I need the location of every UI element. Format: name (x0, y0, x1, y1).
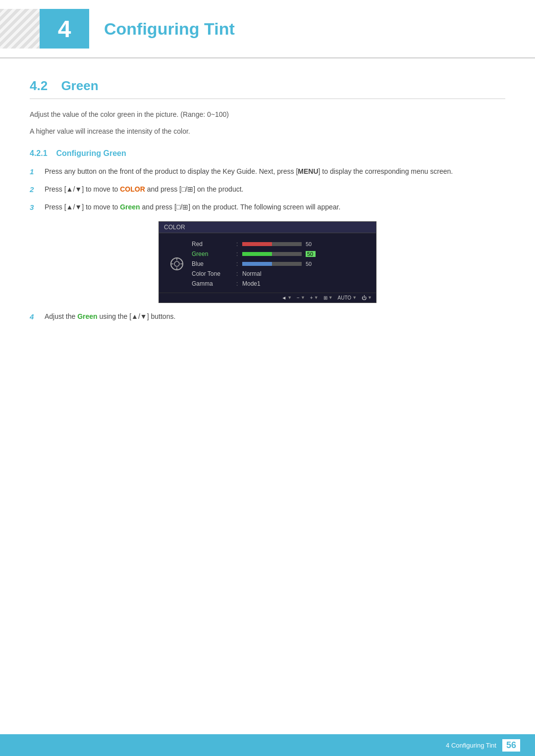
color-highlight: COLOR (120, 185, 145, 193)
step-3-num: 3 (30, 202, 41, 213)
chapter-stripe-decoration (0, 9, 40, 49)
menu-label-green: Green (192, 251, 236, 257)
menu-value-green: 50 (306, 251, 316, 257)
bottom-btn-power: ⏻▼ (362, 295, 372, 301)
subsection-421: 4.2.1 Configuring Green 1 Press any butt… (30, 149, 505, 323)
menu-label-red: Red (192, 241, 236, 248)
monitor-icon (167, 239, 187, 289)
step-1-num: 1 (30, 166, 41, 178)
section-42-number: 4.2 (30, 78, 48, 93)
step-4-text: Adjust the Green using the [▲/▼] buttons… (45, 311, 505, 322)
step-4-num: 4 (30, 311, 41, 323)
menu-bar-red-container: 50 (242, 241, 368, 247)
bottom-btn-left: ◄▼ (281, 295, 292, 301)
menu-label-blue: Blue (192, 260, 236, 267)
menu-value-blue: 50 (306, 261, 316, 267)
chapter-header: 4 Configuring Tint (0, 0, 535, 58)
monitor-body: Red : 50 Green : (159, 233, 376, 293)
menu-row-red: Red : 50 (192, 239, 368, 249)
section-42-title: Green (61, 78, 98, 93)
menu-value-gamma: Mode1 (242, 280, 261, 287)
step-1: 1 Press any button on the front of the p… (30, 166, 505, 178)
subsection-421-title: Configuring Green (56, 149, 126, 157)
monitor-screenshot: COLOR Red (159, 221, 376, 303)
menu-label-gamma: Gamma (192, 280, 236, 287)
menu-bar-blue-container: 50 (242, 261, 368, 267)
step-1-text: Press any button on the front of the pro… (45, 166, 505, 177)
menu-row-green: Green : 50 (192, 249, 368, 259)
chapter-number: 4 (58, 15, 71, 43)
step-2: 2 Press [▲/▼] to move to COLOR and press… (30, 184, 505, 196)
desc1: Adjust the value of the color green in t… (30, 109, 505, 120)
section-42-heading: 4.2 Green (30, 78, 505, 99)
menu-row-colortone: Color Tone : Normal (192, 269, 368, 279)
step-2-text: Press [▲/▼] to move to COLOR and press [… (45, 184, 505, 195)
step-2-num: 2 (30, 184, 41, 196)
footer-label: 4 Configuring Tint (446, 742, 496, 749)
bottom-btn-minus: −▼ (297, 295, 305, 301)
section-42: 4.2 Green Adjust the value of the color … (0, 73, 535, 323)
menu-bar-blue (242, 262, 302, 266)
bottom-btn-plus: +▼ (310, 295, 319, 301)
menu-bar-blue-fill (242, 262, 272, 266)
bottom-btn-menu: ⊞▼ (323, 295, 333, 301)
chapter-number-block: 4 (40, 9, 89, 49)
chapter-title: Configuring Tint (104, 19, 235, 39)
menu-row-blue: Blue : 50 (192, 259, 368, 269)
monitor-bottombar: ◄▼ −▼ +▼ ⊞▼ AUTO▼ ⏻▼ (159, 293, 376, 302)
step-4: 4 Adjust the Green using the [▲/▼] butto… (30, 311, 505, 323)
desc2: A higher value will increase the intensi… (30, 126, 505, 137)
menu-value-red: 50 (306, 241, 316, 247)
menu-row-gamma: Gamma : Mode1 (192, 279, 368, 289)
menu-bar-green-fill (242, 252, 272, 256)
page-footer: 4 Configuring Tint 56 (0, 734, 535, 756)
menu-value-colortone: Normal (242, 270, 262, 277)
green-highlight-step4: Green (77, 312, 97, 320)
menu-bar-red (242, 242, 302, 246)
menu-bar-green-container: 50 (242, 251, 368, 257)
steps-list: 1 Press any button on the front of the p… (30, 166, 505, 213)
monitor-menu: Red : 50 Green : (187, 239, 368, 289)
monitor-titlebar: COLOR (159, 222, 376, 233)
step-3-text: Press [▲/▼] to move to Green and press [… (45, 202, 505, 212)
menu-bar-red-fill (242, 242, 272, 246)
footer-page-number: 56 (502, 739, 520, 752)
menu-bar-green (242, 252, 302, 256)
subsection-421-heading: 4.2.1 Configuring Green (30, 149, 505, 158)
step-1-bold: MENU (298, 167, 318, 175)
step-3: 3 Press [▲/▼] to move to Green and press… (30, 202, 505, 213)
steps-list-4: 4 Adjust the Green using the [▲/▼] butto… (30, 311, 505, 323)
monitor-title-text: COLOR (164, 224, 185, 231)
subsection-421-number: 4.2.1 (30, 149, 48, 157)
green-highlight-step3: Green (120, 203, 140, 211)
svg-point-1 (174, 261, 179, 266)
bottom-btn-auto: AUTO▼ (338, 295, 357, 301)
menu-label-colortone: Color Tone (192, 270, 236, 277)
